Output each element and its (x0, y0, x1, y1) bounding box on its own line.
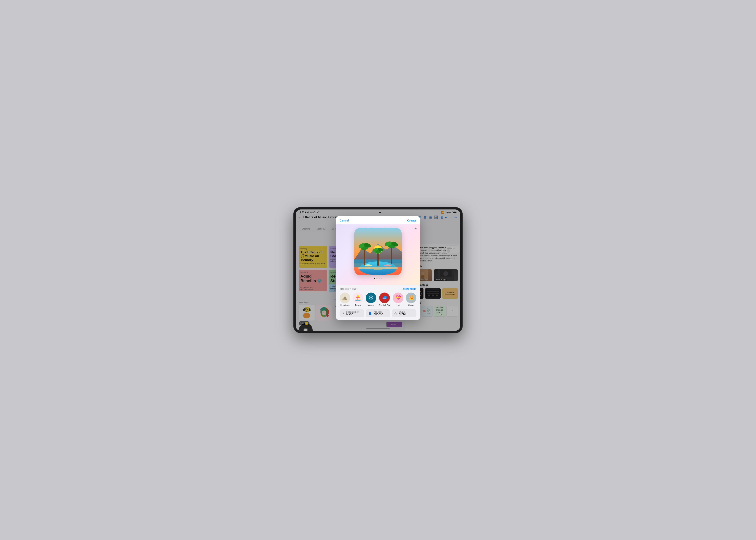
modal-bottom-options: ✦ DESCRIBE AN IMAGE 👤 PERSON CHOOSE... (340, 309, 416, 317)
modal-preview-image (354, 228, 402, 275)
person-icon: 👤 (368, 312, 372, 315)
describe-image-icon: ✦ (342, 312, 344, 315)
suggestion-love[interactable]: 💝 Love (393, 293, 403, 306)
dot-3 (379, 278, 380, 279)
style-text: STYLE SKETCH (399, 311, 407, 315)
modal-more-button[interactable]: ••• (414, 227, 417, 230)
device-screen: 9:41 AM Mon Sep 9 📶 100% ‹ Effects of Mu… (296, 209, 460, 331)
svg-point-77 (356, 297, 360, 298)
beach-svg (354, 294, 362, 302)
love-label: Love (396, 304, 400, 306)
svg-text:💝: 💝 (395, 295, 401, 300)
style-label: STYLE (399, 311, 407, 313)
beach-icon (353, 293, 363, 303)
winter-svg: ❄️ (367, 294, 375, 302)
dot-2 (376, 278, 377, 279)
svg-rect-56 (377, 252, 379, 266)
cancel-button[interactable]: Cancel (340, 219, 349, 222)
modal-overlay: Cancel Create ••• (296, 209, 460, 331)
love-icon: 💝 (393, 293, 403, 303)
baseball-cap-svg: 🧢 (381, 294, 388, 302)
winter-icon: ❄️ (366, 293, 376, 303)
create-button[interactable]: Create (407, 219, 416, 222)
baseball-cap-label: Baseball Cap (379, 304, 390, 306)
svg-rect-64 (378, 265, 378, 268)
mountains-icon (340, 293, 350, 303)
style-option[interactable]: ◎ STYLE SKETCH (392, 309, 416, 317)
svg-rect-52 (391, 246, 392, 264)
beach-scene-svg (354, 228, 402, 275)
crown-label: Crown (408, 304, 414, 306)
suggestion-baseball-cap[interactable]: 🧢 Baseball Cap (379, 293, 390, 306)
beach-label: Beach (355, 304, 361, 306)
love-svg: 💝 (394, 294, 402, 302)
modal-suggestions: SUGGESTIONS SHOW MORE (336, 285, 420, 320)
dot-4 (381, 278, 382, 279)
svg-text:🧢: 🧢 (382, 295, 387, 300)
style-value: SKETCH (399, 313, 407, 315)
style-icon: ◎ (394, 312, 397, 315)
suggestion-crown[interactable]: 👑 Crown (406, 293, 416, 306)
svg-rect-67 (374, 269, 382, 270)
person-option[interactable]: 👤 PERSON CHOOSE... (366, 309, 390, 317)
person-text: PERSON CHOOSE... (374, 311, 385, 315)
mountains-label: Mountains (340, 304, 349, 306)
suggestion-beach[interactable]: Beach (353, 293, 363, 306)
person-value: CHOOSE... (374, 313, 385, 315)
svg-rect-65 (365, 267, 371, 269)
describe-image-value: IMAGE (346, 313, 359, 315)
modal-header: Cancel Create (336, 216, 420, 224)
svg-rect-66 (385, 267, 390, 269)
suggestions-header: SUGGESTIONS SHOW MORE (340, 288, 416, 290)
crown-svg: 👑 (407, 294, 415, 302)
svg-rect-48 (364, 248, 365, 265)
dot-1 (374, 278, 375, 279)
device-frame: 9:41 AM Mon Sep 9 📶 100% ‹ Effects of Mu… (293, 207, 463, 333)
svg-text:❄️: ❄️ (368, 295, 374, 300)
image-creation-modal: Cancel Create ••• (336, 216, 420, 320)
modal-carousel-dots (374, 278, 382, 279)
winter-label: Winter (368, 304, 374, 306)
crown-icon: 👑 (406, 293, 416, 303)
modal-image-area: ••• (336, 224, 420, 285)
describe-image-text: DESCRIBE AN IMAGE (346, 311, 359, 315)
suggestion-mountains[interactable]: Mountains (340, 293, 350, 306)
person-label: PERSON (374, 311, 385, 313)
describe-image-option[interactable]: ✦ DESCRIBE AN IMAGE (340, 309, 364, 317)
suggestion-items-row: Mountains (340, 293, 416, 306)
svg-text:👑: 👑 (408, 295, 414, 300)
mountains-svg (341, 294, 349, 302)
describe-image-label: DESCRIBE AN (346, 311, 359, 313)
baseball-cap-icon: 🧢 (379, 293, 390, 303)
suggestions-title: SUGGESTIONS (340, 288, 356, 290)
suggestion-winter[interactable]: ❄️ Winter (366, 293, 376, 306)
show-more-button[interactable]: SHOW MORE (403, 288, 416, 290)
